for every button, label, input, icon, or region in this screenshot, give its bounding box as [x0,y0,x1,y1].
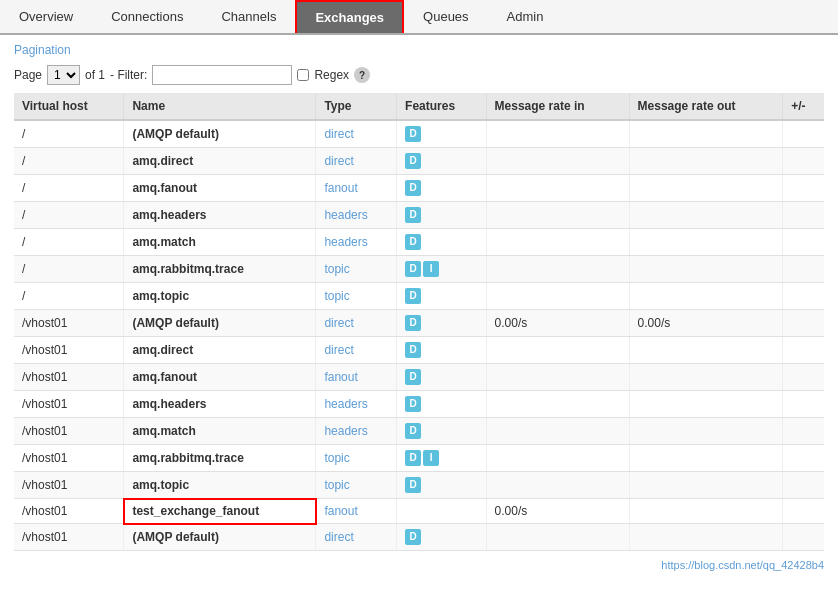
cell-plus-minus[interactable] [783,310,824,337]
cell-name[interactable]: amq.rabbitmq.trace [124,445,316,472]
cell-name[interactable]: amq.topic [124,283,316,310]
cell-plus-minus[interactable] [783,256,824,283]
nav-tab-overview[interactable]: Overview [0,0,92,33]
nav-tab-channels[interactable]: Channels [202,0,295,33]
cell-name[interactable]: amq.match [124,418,316,445]
exchange-type: direct [324,530,353,544]
cell-name[interactable]: amq.headers [124,202,316,229]
cell-name[interactable]: (AMQP default) [124,524,316,551]
cell-features: D [397,364,487,391]
exchange-type: fanout [324,370,357,384]
cell-vhost: /vhost01 [14,472,124,499]
page-select[interactable]: 1 [47,65,80,85]
cell-plus-minus[interactable] [783,175,824,202]
cell-features: DI [397,256,487,283]
cell-plus-minus[interactable] [783,283,824,310]
cell-vhost: / [14,229,124,256]
table-row[interactable]: /vhost01test_exchange_fanoutfanout0.00/s [14,499,824,524]
cell-plus-minus[interactable] [783,418,824,445]
table-row[interactable]: /vhost01amq.fanoutfanoutD [14,364,824,391]
feature-badge-i: I [423,261,439,277]
table-row[interactable]: /vhost01amq.matchheadersD [14,418,824,445]
cell-type: headers [316,418,397,445]
nav-tabs: OverviewConnectionsChannelsExchangesQueu… [0,0,838,35]
cell-name[interactable]: amq.direct [124,148,316,175]
cell-rate-in [486,445,629,472]
exchange-name: amq.fanout [132,181,197,195]
exchange-type: topic [324,478,349,492]
cell-vhost: /vhost01 [14,418,124,445]
table-row[interactable]: /vhost01amq.topictopicD [14,472,824,499]
cell-plus-minus[interactable] [783,202,824,229]
cell-vhost: / [14,120,124,148]
exchange-type: topic [324,262,349,276]
feature-badge-d: D [405,396,421,412]
cell-vhost: /vhost01 [14,391,124,418]
col-rate-out: Message rate out [629,93,783,120]
table-row[interactable]: /amq.topictopicD [14,283,824,310]
exchange-name: (AMQP default) [132,530,218,544]
filter-input[interactable] [152,65,292,85]
table-row[interactable]: /vhost01(AMQP default)directD0.00/s0.00/… [14,310,824,337]
table-row[interactable]: /vhost01amq.directdirectD [14,337,824,364]
cell-plus-minus[interactable] [783,391,824,418]
cell-type: fanout [316,499,397,524]
feature-badge-d: D [405,342,421,358]
cell-features: D [397,310,487,337]
cell-rate-out [629,472,783,499]
cell-rate-in [486,256,629,283]
cell-name[interactable]: amq.direct [124,337,316,364]
of-label: of 1 [85,68,105,82]
table-row[interactable]: /amq.fanoutfanoutD [14,175,824,202]
feature-badge-d: D [405,529,421,545]
cell-name[interactable]: test_exchange_fanout [124,499,316,524]
feature-badge-d: D [405,153,421,169]
cell-name[interactable]: (AMQP default) [124,120,316,148]
cell-name[interactable]: amq.topic [124,472,316,499]
table-row[interactable]: /vhost01amq.rabbitmq.tracetopicDI [14,445,824,472]
cell-name[interactable]: amq.fanout [124,364,316,391]
cell-plus-minus[interactable] [783,445,824,472]
feature-badge-d: D [405,234,421,250]
cell-plus-minus[interactable] [783,148,824,175]
nav-tab-exchanges[interactable]: Exchanges [295,0,404,33]
feature-badge-d: D [405,450,421,466]
cell-name[interactable]: amq.rabbitmq.trace [124,256,316,283]
cell-type: direct [316,120,397,148]
cell-plus-minus[interactable] [783,472,824,499]
cell-name[interactable]: amq.headers [124,391,316,418]
nav-tab-connections[interactable]: Connections [92,0,202,33]
cell-name[interactable]: amq.fanout [124,175,316,202]
cell-plus-minus[interactable] [783,364,824,391]
table-row[interactable]: /vhost01(AMQP default)directD [14,524,824,551]
feature-badge-d: D [405,180,421,196]
table-header-row: Virtual host Name Type Features Message … [14,93,824,120]
feature-badge-d: D [405,477,421,493]
pagination-label[interactable]: Pagination [14,43,71,57]
table-row[interactable]: /(AMQP default)directD [14,120,824,148]
cell-plus-minus[interactable] [783,229,824,256]
cell-name[interactable]: amq.match [124,229,316,256]
exchange-type: direct [324,127,353,141]
regex-checkbox[interactable] [297,69,309,81]
exchange-type: headers [324,397,367,411]
table-row[interactable]: /amq.directdirectD [14,148,824,175]
cell-plus-minus[interactable] [783,337,824,364]
nav-tab-queues[interactable]: Queues [404,0,488,33]
table-row[interactable]: /vhost01amq.headersheadersD [14,391,824,418]
cell-name[interactable]: (AMQP default) [124,310,316,337]
exchange-name: amq.direct [132,343,193,357]
table-row[interactable]: /amq.rabbitmq.tracetopicDI [14,256,824,283]
col-plusminus[interactable]: +/- [783,93,824,120]
exchange-type: headers [324,235,367,249]
cell-plus-minus[interactable] [783,120,824,148]
cell-rate-out: 0.00/s [629,310,783,337]
table-row[interactable]: /amq.headersheadersD [14,202,824,229]
cell-plus-minus[interactable] [783,524,824,551]
cell-features: D [397,472,487,499]
cell-plus-minus[interactable] [783,499,824,524]
cell-rate-out [629,229,783,256]
table-row[interactable]: /amq.matchheadersD [14,229,824,256]
nav-tab-admin[interactable]: Admin [488,0,563,33]
help-icon[interactable]: ? [354,67,370,83]
